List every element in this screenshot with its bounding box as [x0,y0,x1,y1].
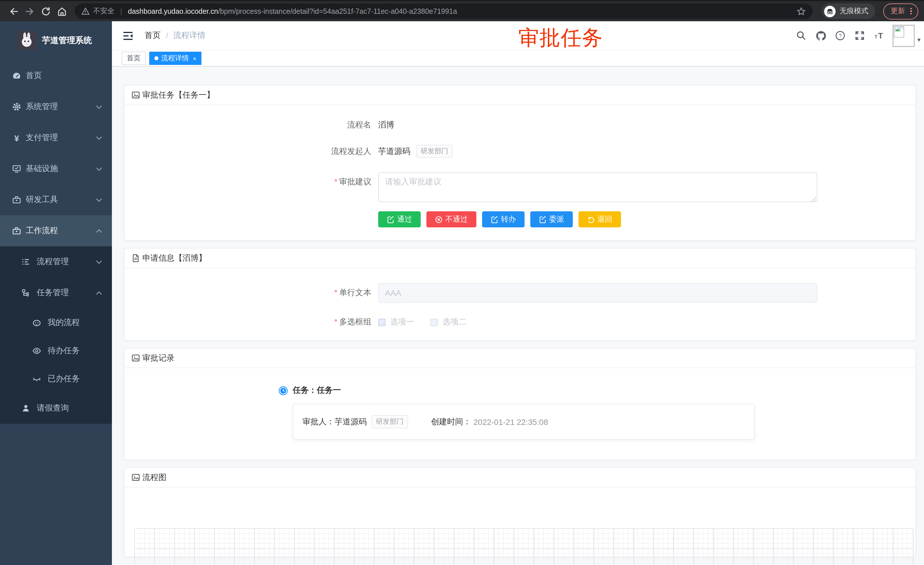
active-tab-dot [154,56,158,60]
chevron-up-icon [96,229,102,233]
app-logo [17,31,36,50]
list-tree-icon [21,257,30,266]
top-navbar: 首页 / 流程详情 审批任务 ? [112,21,924,51]
tab-home[interactable]: 首页 [122,52,146,65]
breadcrumb: 首页 / 流程详情 [145,30,206,41]
transfer-button[interactable]: 转办 [482,211,525,227]
bpmn-canvas-grid[interactable] [134,528,914,565]
return-button[interactable]: 退回 [579,211,621,227]
avatar[interactable] [893,24,915,47]
sidebar-item-home[interactable]: 首页 [0,60,112,91]
initiator-value: 芋道源码 [378,146,410,156]
sidebar-item-label: 流程管理 [37,257,69,267]
approve-button[interactable]: 通过 [378,211,421,227]
update-button[interactable]: 更新 [883,3,918,19]
delegate-button[interactable]: 委派 [530,211,573,227]
chevron-down-icon [96,136,102,140]
browser-toolbar: 不安全 | dashboard.yudao.iocoder.cn/bpm/pro… [0,0,924,21]
button-label: 不通过 [446,214,468,224]
create-time-label: 创建时间： [431,416,471,427]
browser-menu-icon[interactable] [910,8,912,15]
chevron-down-icon [96,260,102,264]
checkbox-option1: ✓ 选项一 [378,317,414,327]
breadcrumb-separator: / [166,31,168,40]
sidebar-item-devtools[interactable]: 研发工具 [0,184,112,215]
approval-actions: 通过 不通过 转办 委 [378,211,904,227]
picture-icon [131,91,140,99]
sidebar-item-label: 待办任务 [48,346,80,356]
close-icon[interactable]: × [193,55,196,62]
org-node-icon [21,288,30,298]
sidebar-item-system[interactable]: 系统管理 [0,91,112,122]
application-info-card: 申请信息【滔博】 *单行文本 *多选框组 ✓ 选项一 [124,248,916,341]
search-icon[interactable] [792,21,811,50]
reject-button[interactable]: 不通过 [426,211,476,227]
required-asterisk: * [334,288,338,297]
reload-icon[interactable] [38,3,54,19]
sidebar-item-workflow[interactable]: 工作流程 [0,215,112,246]
tags-view-bar: 首页 流程详情 × [112,51,924,67]
checkbox-unchecked-icon [430,319,438,326]
picture-icon [131,473,140,482]
sidebar-item-done-tasks[interactable]: 已办任务 [0,365,112,393]
url-host: dashboard.yudao.iocoder.cn [128,7,218,15]
update-label: 更新 [891,6,905,16]
sidebar-item-my-process[interactable]: 我的流程 [0,308,112,337]
sidebar-item-label: 已办任务 [48,374,80,384]
required-asterisk: * [334,177,338,186]
checkbox-checked-icon: ✓ [378,319,386,326]
workflow-submenu: 流程管理 任务管理 我的流程 [0,246,112,424]
card-title: 审批任务【任务一】 [142,90,214,100]
field-label: 流程名 [136,120,378,130]
breadcrumb-current: 流程详情 [173,30,206,41]
help-icon[interactable]: ? [831,21,850,50]
sidebar-toggle-icon[interactable] [120,28,135,43]
checkbox-group-row: *多选框组 ✓ 选项一 选项二 [136,317,904,327]
yen-icon: ¥ [12,133,21,143]
sidebar-item-label: 研发工具 [26,195,58,205]
address-bar[interactable]: 不安全 | dashboard.yudao.iocoder.cn/bpm/pro… [75,3,813,19]
bookmark-star-icon[interactable] [796,7,806,16]
navbar-actions: ? TT ▾ [792,21,924,50]
incognito-badge[interactable]: 无痕模式 [822,3,875,19]
eye-closed-icon [32,374,41,383]
font-size-icon[interactable]: TT [870,21,889,50]
approval-task-card: 审批任务【任务一】 流程名 滔博 流程发起人 芋道源码 研发部门 [124,85,916,240]
sidebar-item-todo-tasks[interactable]: 待办任务 [0,337,112,365]
assignee-value: 芋道源码 [334,416,367,427]
sidebar-item-pay[interactable]: ¥ 支付管理 [0,122,112,153]
sidebar-item-leave-query[interactable]: 请假查询 [0,393,112,424]
timeline-item-head: 任务：任务一 [278,385,904,396]
card-title: 申请信息【滔博】 [142,253,207,263]
clock-icon [278,386,288,395]
suggestion-textarea[interactable] [378,172,817,202]
tab-process-detail[interactable]: 流程详情 × [149,52,202,65]
sidebar-item-infra[interactable]: 基础设施 [0,153,112,184]
forward-icon[interactable] [22,3,38,19]
button-label: 转办 [501,214,516,224]
suggestion-row: *审批建议 [136,172,904,204]
department-tag: 研发部门 [416,145,453,158]
sidebar-item-label: 我的流程 [48,317,80,328]
department-tag: 研发部门 [371,415,408,428]
breadcrumb-home[interactable]: 首页 [145,30,161,41]
document-icon [131,254,140,262]
github-icon[interactable] [811,21,831,50]
tab-label: 流程详情 [161,53,189,63]
chevron-up-icon [96,291,102,295]
chevron-down-icon [96,167,102,171]
fullscreen-icon[interactable] [850,21,870,50]
chevron-down-icon [96,105,102,109]
caret-down-icon[interactable]: ▾ [917,36,921,44]
sidebar-item-label: 首页 [26,71,42,81]
sidebar-item-label: 支付管理 [26,133,58,143]
sidebar-item-process-mgmt[interactable]: 流程管理 [0,246,112,277]
sidebar-item-task-mgmt[interactable]: 任务管理 [0,277,112,308]
chevron-down-icon [96,198,102,202]
back-icon[interactable] [6,3,22,19]
field-label: *审批建议 [136,172,378,187]
field-label: *多选框组 [136,317,378,327]
approval-record-card: 审批记录 任务：任务一 审批人： 芋道 [124,348,916,460]
monitor-icon [12,164,21,173]
home-icon[interactable] [54,3,70,19]
